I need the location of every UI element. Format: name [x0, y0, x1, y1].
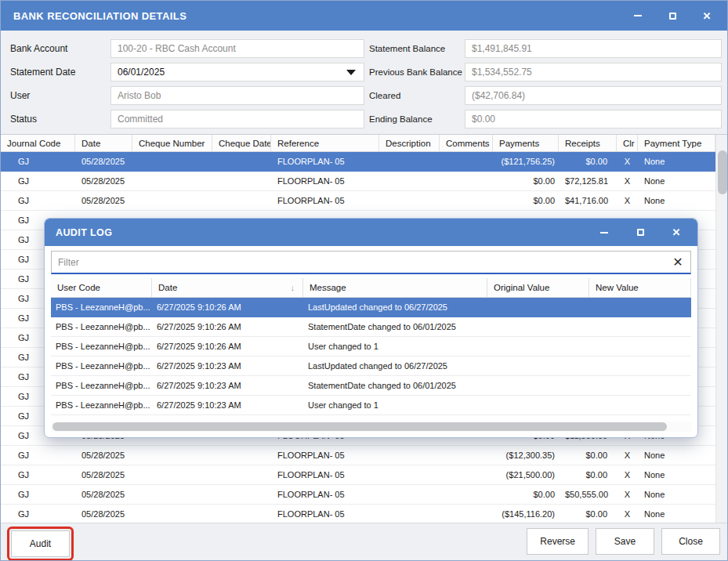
cell-receipts: $0.00	[559, 157, 617, 166]
cell-date: 6/27/2025 9:10:26 AM	[152, 302, 303, 312]
window-title: BANK RECONCILIATION DETAILS	[13, 10, 187, 22]
cell-payment_type: None	[638, 470, 715, 480]
column-header-label: New Value	[596, 283, 639, 292]
save-button[interactable]: Save	[596, 528, 654, 555]
statement-balance-field[interactable]: $1,491,845.91	[465, 39, 722, 58]
column-header[interactable]: Comments	[440, 135, 493, 151]
table-row[interactable]: PBS - LeezanneH@pb...6/27/2025 9:10:26 A…	[51, 337, 691, 357]
column-header[interactable]: Message	[303, 278, 487, 297]
bank-account-field[interactable]: 100-20 - RBC Cash Account	[110, 39, 364, 58]
status-field[interactable]: Committed	[110, 110, 364, 128]
cell-clr: X	[617, 176, 638, 186]
cell-date: 05/28/2025	[75, 157, 132, 166]
table-row[interactable]: GJ05/28/2025FLOORPLAN- 05$0.00$41,716.00…	[1, 191, 715, 211]
column-header[interactable]: Receipts	[559, 135, 617, 151]
table-row[interactable]: GJ05/28/2025FLOORPLAN- 05($145,116.20)$0…	[1, 505, 715, 524]
table-row[interactable]: PBS - LeezanneH@pb...6/27/2025 9:10:26 A…	[51, 317, 691, 337]
cell-message: LastUpdated changed to 06/27/2025	[303, 302, 487, 312]
column-header[interactable]: Payments	[493, 135, 559, 151]
form-right-column: Statement Balance $1,491,845.91 Previous…	[369, 37, 722, 131]
minimize-button[interactable]	[621, 1, 655, 31]
table-row[interactable]: PBS - LeezanneH@pb...6/27/2025 9:10:23 A…	[51, 357, 691, 376]
cleared-label: Cleared	[369, 91, 465, 100]
column-header-label: Clr	[623, 139, 635, 148]
column-header-label: Payments	[499, 139, 539, 148]
vertical-scrollbar-thumb[interactable]	[718, 150, 727, 194]
reverse-button[interactable]: Reverse	[527, 528, 589, 555]
table-row[interactable]: GJ05/28/2025FLOORPLAN- 05$0.00$50,555.00…	[1, 485, 715, 505]
column-header[interactable]: Cheque Date	[212, 135, 271, 151]
cell-journal_code: GJ	[1, 451, 75, 460]
column-header[interactable]: Clr	[617, 135, 638, 151]
column-header-label: Message	[310, 283, 346, 292]
column-header-label: Reference	[277, 139, 319, 148]
cell-date: 6/27/2025 9:10:23 AM	[152, 361, 303, 371]
column-header[interactable]: Cheque Number	[132, 135, 212, 151]
column-header[interactable]: New Value	[589, 278, 691, 297]
column-header-label: User Code	[57, 283, 100, 292]
maximize-button[interactable]	[655, 1, 690, 31]
cell-message: LastUpdated changed to 06/27/2025	[303, 361, 487, 371]
cell-receipts: $41,716.00	[559, 196, 617, 205]
statement-date-value: 06/01/2025	[118, 67, 165, 78]
table-row[interactable]: GJ05/28/2025FLOORPLAN- 05($121,756.25)$0…	[1, 152, 715, 172]
column-header[interactable]: Date↓	[152, 278, 303, 297]
ending-balance-value: $0.00	[472, 114, 495, 125]
table-row[interactable]: GJ05/28/2025FLOORPLAN- 05$0.00$72,125.81…	[1, 172, 715, 191]
table-row[interactable]: PBS - LeezanneH@pb...6/27/2025 9:10:23 A…	[51, 376, 691, 396]
dialog-close-button[interactable]: ✕	[658, 219, 694, 246]
column-header[interactable]: Reference	[271, 135, 379, 151]
cell-reference: FLOORPLAN- 05	[271, 176, 379, 186]
table-row[interactable]: GJ05/28/2025FLOORPLAN- 05($21,500.00)$0.…	[1, 465, 715, 485]
dialog-minimize-button[interactable]	[586, 219, 622, 246]
column-header[interactable]: Payment Type	[638, 135, 715, 151]
cell-date: 6/27/2025 9:10:26 AM	[152, 342, 303, 351]
audit-button[interactable]: Audit	[11, 530, 70, 557]
cell-receipts: $72,125.81	[559, 176, 617, 186]
table-row[interactable]: GJ05/28/2025FLOORPLAN- 05($12,300.35)$0.…	[1, 446, 715, 465]
dialog-maximize-button[interactable]	[622, 219, 658, 246]
cell-user_code: PBS - LeezanneH@pb...	[51, 361, 152, 371]
cell-user_code: PBS - LeezanneH@pb...	[51, 342, 152, 351]
clear-filter-icon[interactable]: ✕	[665, 252, 690, 273]
cell-message: User changed to 1	[303, 400, 487, 410]
dropdown-arrow-icon[interactable]	[346, 70, 356, 75]
statement-date-label: Statement Date	[10, 67, 110, 78]
column-header-label: Cheque Date	[219, 139, 271, 148]
cell-payment_type: None	[638, 176, 715, 186]
cleared-field[interactable]: ($42,706.84)	[465, 86, 722, 105]
horizontal-scrollbar-thumb[interactable]	[53, 422, 667, 431]
cell-reference: FLOORPLAN- 05	[271, 157, 379, 166]
column-header[interactable]: User Code	[51, 278, 152, 297]
cell-date: 05/28/2025	[75, 451, 132, 460]
cell-clr: X	[617, 451, 638, 460]
table-row[interactable]: PBS - LeezanneH@pb...6/27/2025 9:10:26 A…	[51, 298, 691, 317]
column-header[interactable]: Journal Code	[1, 135, 75, 151]
audit-table: User CodeDate↓MessageOriginal ValueNew V…	[51, 278, 691, 415]
vertical-scrollbar[interactable]	[715, 135, 728, 525]
cell-date: 05/28/2025	[75, 196, 132, 205]
cell-message: StatementDate changed to 06/01/2025	[303, 322, 487, 331]
column-header[interactable]: Description	[379, 135, 440, 151]
close-button[interactable]: ✕	[690, 1, 724, 31]
table-row[interactable]: PBS - LeezanneH@pb...6/27/2025 9:10:23 A…	[51, 396, 691, 415]
column-header[interactable]: Date	[75, 135, 132, 151]
column-header[interactable]: Original Value	[487, 278, 589, 297]
cell-receipts: $50,555.00	[559, 490, 617, 499]
ending-balance-field[interactable]: $0.00	[465, 110, 722, 128]
close-icon: ✕	[703, 10, 712, 22]
previous-bank-balance-field[interactable]: $1,534,552.75	[465, 63, 722, 81]
audit-table-body: PBS - LeezanneH@pb...6/27/2025 9:10:26 A…	[51, 298, 691, 415]
cell-date: 6/27/2025 9:10:23 AM	[152, 400, 303, 410]
cell-receipts: $0.00	[559, 451, 617, 460]
cell-date: 05/28/2025	[75, 490, 132, 499]
close-window-button[interactable]: Close	[661, 528, 720, 555]
cell-payments: $0.00	[493, 196, 559, 205]
cell-clr: X	[617, 196, 638, 205]
statement-date-field[interactable]: 06/01/2025	[110, 63, 364, 81]
user-field[interactable]: Aristo Bob	[110, 86, 364, 105]
cell-journal_code: GJ	[1, 176, 75, 186]
horizontal-scrollbar[interactable]	[51, 422, 691, 432]
filter-input[interactable]	[52, 257, 665, 268]
column-header-label: Date	[81, 139, 100, 148]
